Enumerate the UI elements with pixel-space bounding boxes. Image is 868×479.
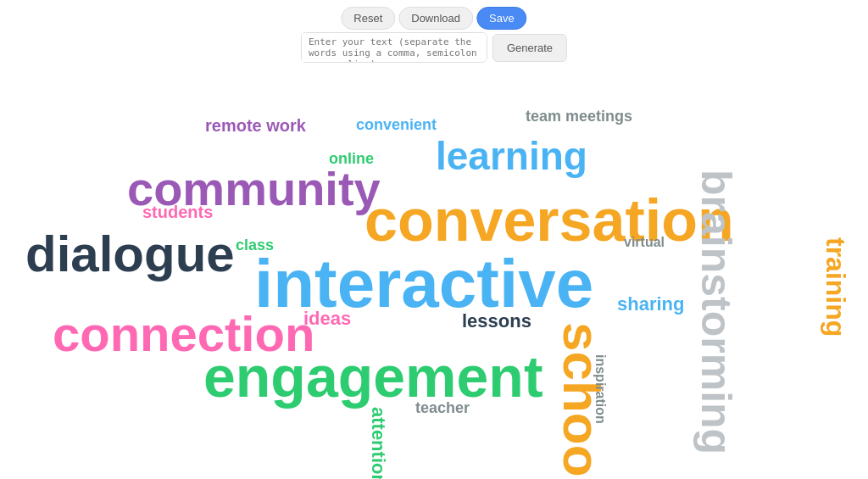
word-conversation: conversation (364, 191, 734, 250)
word-students: students (142, 203, 213, 220)
word-teacher: teacher (415, 400, 470, 415)
text-input[interactable] (301, 32, 487, 63)
generate-button[interactable]: Generate (492, 34, 567, 62)
word-training: training (822, 237, 849, 337)
toolbar: Reset Download Save (341, 7, 526, 30)
word-inspiration: inspiration (593, 354, 607, 424)
word-convenient: convenient (356, 117, 437, 132)
wordcloud: learningconversationinteractiveengagemen… (0, 0, 868, 479)
reset-button[interactable]: Reset (341, 7, 395, 30)
word-lessons: lessons (462, 312, 531, 331)
word-class: class (236, 237, 274, 253)
input-area: Generate (301, 32, 567, 63)
word-team-meetings: team meetings (526, 109, 632, 124)
word-remote-work: remote work (205, 117, 306, 134)
save-button[interactable]: Save (476, 7, 527, 30)
word-online: online (329, 151, 374, 166)
word-attention: attention (369, 407, 387, 479)
word-virtual: virtual (624, 236, 665, 249)
word-ideas: ideas (303, 309, 351, 328)
word-connection: connection (53, 309, 314, 359)
download-button[interactable]: Download (398, 7, 473, 30)
word-brainstorming: brainstorming (695, 170, 737, 454)
word-dialogue: dialogue (25, 229, 235, 280)
word-learning: learning (436, 136, 587, 175)
word-sharing: sharing (617, 295, 684, 314)
